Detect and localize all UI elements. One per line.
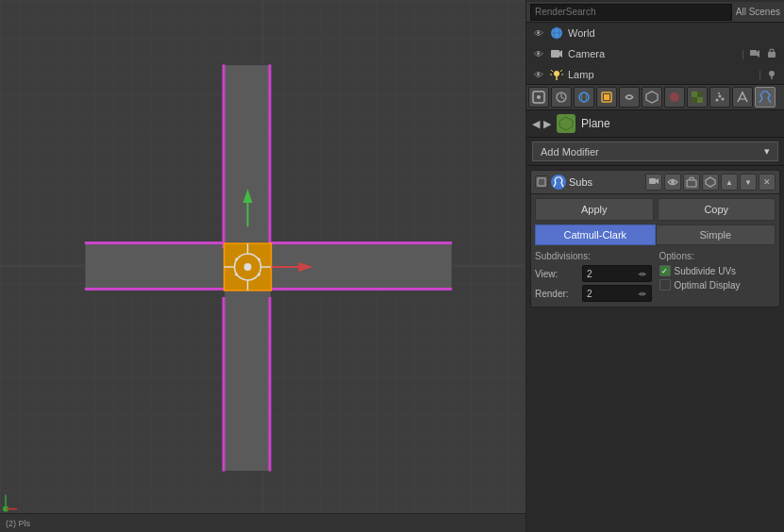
outliner-item-lamp-label: Lamp <box>568 69 755 80</box>
svg-line-44 <box>560 70 562 72</box>
object-header: ◀ ▶ Plane <box>526 110 784 138</box>
viewport-bottom-info: (2) Pls <box>6 519 30 528</box>
tab-particles[interactable] <box>709 87 730 108</box>
outliner-search[interactable] <box>530 4 732 21</box>
svg-marker-39 <box>757 50 759 58</box>
modifier-toggle[interactable] <box>535 175 548 189</box>
svg-rect-15 <box>225 243 272 291</box>
svg-rect-13 <box>269 241 452 244</box>
apply-button[interactable]: Apply <box>535 198 654 221</box>
tab-object[interactable] <box>596 87 617 108</box>
svg-rect-8 <box>223 297 225 472</box>
modifier-type-icon <box>551 175 566 190</box>
lamp-extra-icon[interactable] <box>765 68 778 81</box>
view-label: View: <box>535 269 582 279</box>
options-label: Options: <box>659 251 776 261</box>
outliner-item-camera-label: Camera <box>568 48 738 59</box>
view-field-row: View: 2 ◂▸ <box>535 265 652 282</box>
mod-cage-icon[interactable] <box>702 174 719 191</box>
tab-physics[interactable] <box>732 87 753 108</box>
viewport-label: Persp (Local) <box>6 4 67 15</box>
svg-rect-7 <box>223 64 225 248</box>
svg-marker-68 <box>538 178 545 186</box>
nav-arrow-left[interactable]: ◀ <box>532 118 540 130</box>
add-modifier-arrow: ▾ <box>764 145 770 158</box>
svg-rect-36 <box>551 50 559 58</box>
tab-texture[interactable] <box>687 87 708 108</box>
optimal-display-row: Optimal Display <box>659 279 776 291</box>
svg-rect-2 <box>0 1 525 532</box>
mod-eye-icon[interactable] <box>664 174 681 191</box>
svg-point-25 <box>258 273 260 275</box>
catmull-clark-tab[interactable]: Catmull-Clark <box>535 224 656 245</box>
svg-point-65 <box>718 92 720 94</box>
svg-point-57 <box>670 92 679 102</box>
modifier-header-icons: ▲ ▼ ✕ <box>645 174 776 191</box>
mod-move-down-icon[interactable]: ▼ <box>740 174 757 191</box>
property-tabs <box>526 85 784 110</box>
mod-move-up-icon[interactable]: ▲ <box>721 174 738 191</box>
render-field-row: Render: 2 ◂▸ <box>535 285 652 302</box>
svg-rect-1 <box>0 1 525 532</box>
nav-arrow-right[interactable]: ▶ <box>543 118 551 130</box>
outliner-filter[interactable]: All Scenes <box>736 7 780 17</box>
camera-icon <box>549 46 564 61</box>
svg-marker-73 <box>706 177 715 187</box>
svg-rect-58 <box>692 91 697 97</box>
properties-panel: ◀ ▶ Plane Add Modifier ▾ <box>526 85 784 532</box>
outliner-item-world-label: World <box>568 27 778 39</box>
modifier-name: Subs <box>569 176 642 188</box>
cam-restrict-icon[interactable] <box>765 47 778 60</box>
mod-close-icon[interactable]: ✕ <box>759 174 776 191</box>
svg-point-16 <box>235 254 261 280</box>
tab-render[interactable] <box>528 87 549 108</box>
viewport[interactable]: Persp (Local) <box>0 0 526 532</box>
viewport-bottom-bar: (2) Pls <box>0 513 525 532</box>
svg-point-41 <box>554 71 559 76</box>
tab-modifier[interactable] <box>755 87 776 108</box>
simple-tab[interactable]: Simple <box>656 224 776 245</box>
subdivide-uvs-label: Subdivide UVs <box>675 266 737 276</box>
world-icon <box>549 25 564 41</box>
svg-line-43 <box>551 70 553 72</box>
mod-editmode-icon[interactable] <box>683 174 700 191</box>
optimal-display-label: Optimal Display <box>675 280 741 291</box>
viewport-canvas <box>0 0 525 532</box>
outliner-item-camera[interactable]: 👁 Camera | <box>526 43 784 64</box>
svg-point-22 <box>235 258 238 261</box>
add-modifier-button[interactable]: Add Modifier ▾ <box>532 141 778 161</box>
svg-rect-11 <box>85 241 225 244</box>
svg-rect-72 <box>687 180 696 187</box>
eye-icon-camera[interactable]: 👁 <box>532 47 545 60</box>
svg-rect-5 <box>225 64 272 471</box>
copy-button[interactable]: Copy <box>658 198 776 221</box>
outliner-item-world[interactable]: 👁 World <box>526 23 784 43</box>
render-value-field[interactable]: 2 ◂▸ <box>582 285 652 302</box>
eye-icon-world[interactable]: 👁 <box>532 26 545 40</box>
pipe-separator-camera: | <box>742 48 744 59</box>
subdivide-uvs-checkbox[interactable] <box>659 265 671 276</box>
svg-marker-67 <box>559 117 573 130</box>
svg-rect-69 <box>649 178 656 184</box>
svg-rect-59 <box>697 97 703 103</box>
eye-icon-lamp[interactable]: 👁 <box>532 68 545 81</box>
svg-rect-40 <box>768 52 776 58</box>
tab-material[interactable] <box>664 87 685 108</box>
render-label: Render: <box>535 289 582 299</box>
cam-icon-camera[interactable] <box>748 47 761 60</box>
subdivide-uvs-row: Subdivide UVs <box>659 265 776 276</box>
tab-world[interactable] <box>574 87 594 108</box>
pipe-separator-lamp: | <box>759 69 761 80</box>
tab-constraints[interactable] <box>619 87 640 108</box>
optimal-display-checkbox[interactable] <box>659 279 671 291</box>
svg-point-17 <box>244 263 252 271</box>
outliner-item-lamp[interactable]: 👁 Lamp | <box>526 64 784 85</box>
svg-rect-55 <box>604 94 609 100</box>
tab-data[interactable] <box>642 87 662 108</box>
svg-rect-12 <box>85 288 225 291</box>
view-value-field[interactable]: 2 ◂▸ <box>582 265 652 282</box>
mod-camera-icon[interactable] <box>645 174 662 191</box>
svg-rect-61 <box>692 97 697 103</box>
svg-marker-56 <box>646 91 658 103</box>
tab-scene[interactable] <box>551 87 572 108</box>
